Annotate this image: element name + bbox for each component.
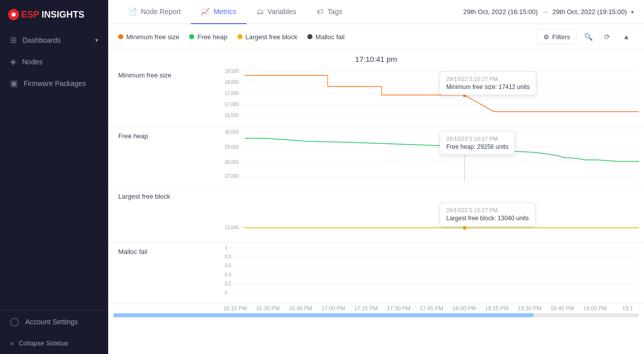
legend-bar: Minimum free size Free heap Largest free… — [108, 24, 644, 50]
sidebar-item-nodes[interactable]: ◈ Nodes — [0, 51, 108, 72]
tooltip-date-largest-free-block: 29/10/22 5:10:27 PM — [446, 207, 529, 213]
chart-title-malloc-fail: Malloc fail — [113, 243, 224, 303]
svg-text:17,000: 17,000 — [225, 101, 239, 107]
tab-metrics-label: Metrics — [213, 8, 236, 16]
scrollbar[interactable] — [113, 313, 639, 317]
logo-esp: ESP — [21, 10, 39, 20]
collapse-chart-icon[interactable]: ▲ — [619, 29, 634, 44]
sidebar-item-label-firmware: Firmware Packages — [24, 79, 86, 87]
chart-canvas-free-heap: 30,000 29,000 28,000 27,000 29/10/22 5:1… — [224, 127, 639, 187]
legend-actions: ⚙ Filters 🔍 ⟳ ▲ — [537, 29, 634, 44]
tooltip-value-free-heap: Free heap: 29256 units — [446, 143, 508, 150]
svg-text:0.8: 0.8 — [225, 253, 231, 259]
chart-free-heap: Free heap 30,000 29,000 28,000 27,000 — [108, 127, 644, 187]
legend-malloc-fail: Malloc fail — [307, 33, 345, 41]
dashboard-icon: ⊞ — [10, 35, 17, 45]
x-tick-3: 17:00 PM — [317, 305, 350, 311]
legend-dot-largest-free-block — [237, 34, 243, 39]
charts-area: 17:10:41 pm Minimum free size 18,500 18,… — [108, 50, 644, 354]
legend-min-free-size: Minimum free size — [118, 33, 179, 41]
x-tick-4: 17:15 PM — [350, 305, 382, 311]
tab-node-report[interactable]: 📄 Node Report — [118, 0, 191, 24]
x-tick-5: 17:30 PM — [382, 305, 415, 311]
svg-text:28,000: 28,000 — [225, 159, 239, 165]
logo-insights: INSIGHTS — [42, 10, 85, 20]
x-tick-10: 18:45 PM — [546, 305, 579, 311]
tooltip-largest-free-block: 29/10/22 5:10:27 PM Largest free block: … — [440, 203, 535, 226]
sidebar-bottom: ◯ Account Settings « Collapse Sidebar — [0, 310, 108, 354]
svg-text:0.4: 0.4 — [225, 272, 231, 278]
top-nav: 📄 Node Report 📈 Metrics 🗂 Variables 🏷 Ta… — [108, 0, 644, 24]
tooltip-date-min-free-size: 29/10/22 5:10:27 PM — [446, 76, 530, 82]
x-tick-6: 17:45 PM — [415, 305, 448, 311]
nodes-icon: ◈ — [10, 57, 16, 66]
chevron-down-icon: ▾ — [95, 37, 98, 44]
chart-largest-free-block: Largest free block 13,040 29/10/22 5:10:… — [108, 187, 644, 242]
x-tick-2: 16:45 PM — [284, 305, 317, 311]
logo: ESP INSIGHTS — [0, 0, 108, 29]
svg-text:18,500: 18,500 — [225, 68, 239, 74]
chart-malloc-fail: Malloc fail 1 0.8 0.6 0.4 0.2 0 — [108, 242, 644, 303]
sidebar-item-dashboards[interactable]: ⊞ Dashboards ▾ — [0, 29, 108, 51]
tooltip-free-heap: 29/10/22 5:10:27 PM Free heap: 29256 uni… — [440, 131, 515, 155]
svg-text:1: 1 — [225, 244, 227, 250]
collapse-sidebar-label: Collapse Sidebar — [19, 339, 68, 347]
legend-label-free-heap: Free heap — [197, 33, 227, 41]
date-range: 29th Oct, 2022 (16:15:00) → 29th Oct, 20… — [463, 8, 634, 16]
date-end: 29th Oct, 2022 (19:15:00) — [552, 8, 627, 16]
sidebar-item-firmware[interactable]: ▣ Firmware Packages — [0, 72, 108, 94]
filter-icon: ⚙ — [543, 33, 549, 41]
chart-min-free-size: Minimum free size 18,500 18,000 17,500 1… — [108, 66, 644, 127]
sidebar-item-account[interactable]: ◯ Account Settings — [0, 311, 108, 332]
collapse-sidebar-button[interactable]: « Collapse Sidebar — [0, 332, 108, 354]
chart-title-min-free-size: Minimum free size — [113, 66, 224, 127]
chart-canvas-largest-free-block: 13,040 29/10/22 5:10:27 PM Largest free … — [224, 188, 639, 242]
legend-label-malloc-fail: Malloc fail — [315, 33, 345, 41]
x-tick-1: 16:30 PM — [252, 305, 284, 311]
variables-icon: 🗂 — [257, 8, 264, 16]
tab-variables[interactable]: 🗂 Variables — [247, 0, 306, 24]
tooltip-min-free-size: 29/10/22 5:10:27 PM Minimum free size: 1… — [440, 71, 536, 95]
refresh-icon[interactable]: ⟳ — [600, 29, 615, 44]
collapse-icon: « — [10, 339, 14, 347]
svg-text:17,500: 17,500 — [225, 90, 239, 96]
scroll-thumb[interactable] — [113, 313, 534, 317]
tooltip-value-min-free-size: Minimum free size: 17412 units — [446, 83, 530, 91]
x-tick-11: 19:00 PM — [579, 305, 611, 311]
date-chevron-icon[interactable]: ▾ — [631, 9, 634, 16]
main-content: 📄 Node Report 📈 Metrics 🗂 Variables 🏷 Ta… — [108, 0, 644, 354]
zoom-icon[interactable]: 🔍 — [581, 29, 596, 44]
tags-icon: 🏷 — [316, 8, 324, 16]
tab-node-report-label: Node Report — [141, 8, 181, 16]
tooltip-value-largest-free-block: Largest free block: 13040 units — [446, 215, 529, 222]
metrics-icon: 📈 — [201, 8, 209, 16]
x-axis: 16:15 PM 16:30 PM 16:45 PM 17:00 PM 17:1… — [108, 303, 644, 313]
svg-text:18,000: 18,000 — [225, 79, 239, 85]
svg-text:29,000: 29,000 — [225, 144, 239, 150]
chart-title-largest-free-block: Largest free block — [113, 188, 224, 242]
svg-text:27,000: 27,000 — [225, 173, 239, 179]
legend-dot-free-heap — [189, 34, 194, 39]
tooltip-date-free-heap: 29/10/22 5:10:27 PM — [446, 136, 508, 142]
time-header: 17:10:41 pm — [108, 50, 644, 66]
legend-dot-min-free-size — [118, 34, 123, 39]
account-icon: ◯ — [10, 317, 19, 326]
x-tick-7: 18:00 PM — [448, 305, 480, 311]
x-tick-12: 19:1 — [611, 305, 644, 311]
x-tick-0: 16:15 PM — [219, 305, 252, 311]
filters-button[interactable]: ⚙ Filters — [537, 30, 577, 44]
svg-text:30,000: 30,000 — [225, 129, 239, 135]
sidebar-item-label-dashboards: Dashboards — [23, 36, 61, 44]
account-settings-label: Account Settings — [25, 318, 78, 326]
sidebar-item-label-nodes: Nodes — [22, 58, 42, 66]
svg-point-23 — [463, 226, 466, 230]
svg-text:16,500: 16,500 — [225, 112, 239, 118]
x-tick-9: 18:30 PM — [513, 305, 546, 311]
node-report-icon: 📄 — [128, 8, 137, 16]
esp-logo-icon — [8, 9, 19, 20]
tab-tags[interactable]: 🏷 Tags — [306, 0, 353, 24]
legend-label-largest-free-block: Largest free block — [246, 33, 297, 41]
tab-metrics[interactable]: 📈 Metrics — [191, 0, 246, 24]
legend-largest-free-block: Largest free block — [237, 33, 297, 41]
legend-label-min-free-size: Minimum free size — [126, 33, 179, 41]
